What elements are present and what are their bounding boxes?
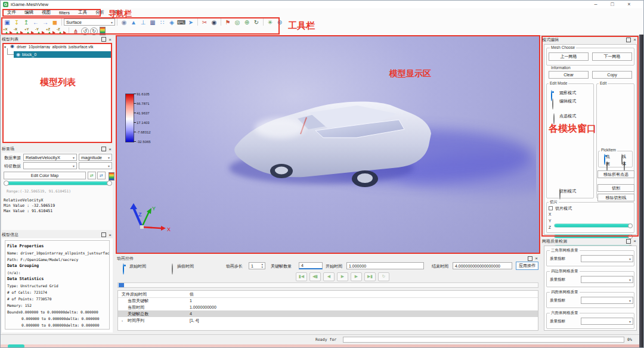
colormap-icon[interactable]: [100, 27, 106, 35]
remove-all-picks-button[interactable]: 移除所有点选: [597, 170, 634, 178]
feature-component-combo[interactable]: ▾: [79, 162, 112, 169]
cut-button[interactable]: 切割: [597, 184, 634, 192]
clear-button[interactable]: Clear: [549, 71, 589, 79]
align--x-button[interactable]: -X: [14, 27, 23, 35]
interpolated-time-radio[interactable]: [172, 263, 173, 275]
menu-item-视图[interactable]: 视图: [38, 10, 55, 15]
flag-icon[interactable]: ⚑: [224, 18, 232, 26]
float-panel-icon[interactable]: [101, 37, 106, 42]
cut-selection-icon[interactable]: ✂: [200, 18, 209, 26]
expand-caret-icon[interactable]: ›: [122, 319, 123, 322]
flatten-icon[interactable]: ⊥: [139, 18, 147, 26]
visibility-icon[interactable]: ◉: [120, 18, 128, 26]
original-time-radio[interactable]: [123, 263, 124, 275]
table-row[interactable]: 当前关键帧1: [118, 297, 538, 304]
loop-button[interactable]: ↻: [378, 272, 389, 281]
tree-root-item[interactable]: driver_10pointarray_allpoints_justsurfac…: [17, 45, 111, 49]
edit-mode-radio[interactable]: [552, 98, 553, 110]
representation-combo[interactable]: Surface▾: [64, 18, 115, 26]
close-panel-icon[interactable]: ×: [109, 233, 112, 237]
back-icon[interactable]: ←: [32, 18, 40, 26]
float-panel-icon[interactable]: [528, 256, 532, 261]
block-eye-icon[interactable]: ◉: [16, 52, 20, 57]
target-icon[interactable]: ◎: [233, 18, 242, 26]
apply-button[interactable]: 应用操作: [516, 262, 538, 270]
target-plus-icon[interactable]: ⊕: [243, 18, 251, 26]
prev-keyframe-button[interactable]: ◀▮: [309, 272, 321, 281]
feature-combo[interactable]: ▾: [23, 162, 77, 169]
component-combo[interactable]: magnitude▾: [79, 154, 112, 161]
refresh-icon[interactable]: ↻: [252, 18, 261, 26]
copy-button[interactable]: Copy: [592, 71, 632, 79]
timeline-handle[interactable]: [119, 283, 124, 287]
rotate-ccw-90-icon[interactable]: ↺: [81, 27, 89, 35]
align-+x-button[interactable]: +X: [3, 27, 13, 35]
colormap-import-icon[interactable]: ⇄: [97, 172, 106, 179]
menu-item-filters[interactable]: filters: [55, 10, 74, 15]
close-panel-icon[interactable]: ×: [109, 147, 112, 151]
float-panel-icon[interactable]: [101, 232, 106, 237]
rotate-cw-90-icon[interactable]: ↻: [90, 27, 98, 35]
close-panel-icon[interactable]: ×: [633, 239, 636, 243]
keyboard-icon[interactable]: ⌨: [177, 18, 185, 26]
pick-point-radio[interactable]: [604, 154, 605, 165]
keyframe-count-input[interactable]: 4: [299, 262, 323, 269]
align-+y-button[interactable]: +Y: [24, 27, 34, 35]
next-mesh-button[interactable]: 下一网格: [592, 52, 632, 61]
slice-mode-checkbox[interactable]: [549, 206, 553, 210]
save-icon[interactable]: ▣: [3, 18, 11, 26]
menu-item-文件[interactable]: 文件: [3, 10, 20, 15]
timeline-slider[interactable]: [117, 282, 538, 288]
table-row[interactable]: 当前时间1.0000000000: [118, 304, 538, 310]
scalar-range-slider[interactable]: [4, 181, 112, 185]
maximize-button[interactable]: □: [604, 1, 621, 8]
hex-metric-combo[interactable]: ▾: [581, 318, 633, 325]
mesh-cube-icon[interactable]: ▦: [148, 18, 157, 26]
tet-metric-combo[interactable]: ▾: [581, 297, 633, 304]
close-button[interactable]: ×: [621, 1, 637, 8]
close-panel-icon[interactable]: ×: [633, 38, 636, 42]
table-row-selected[interactable]: 关键帧总数4: [118, 310, 538, 317]
import-icon[interactable]: ↧: [13, 18, 21, 26]
align--y-button[interactable]: -Y: [35, 27, 45, 35]
close-panel-icon[interactable]: ×: [535, 256, 538, 260]
viewport-3d[interactable]: 91.610566.787141.963717.1403-7.68312-32.…: [116, 35, 540, 254]
menu-item-编辑[interactable]: 编辑: [20, 10, 38, 15]
quad-metric-combo[interactable]: ▾: [581, 276, 633, 283]
menu-item-工具[interactable]: 工具: [74, 10, 91, 15]
slice-x-handle[interactable]: [628, 223, 633, 228]
menu-item-帮助[interactable]: 帮助: [109, 10, 126, 15]
globe-icon[interactable]: ⊛: [275, 18, 284, 26]
pick-mode-radio[interactable]: [553, 113, 555, 125]
export-icon[interactable]: ↥: [22, 18, 30, 26]
minimize-button[interactable]: –: [587, 1, 604, 8]
align--z-button[interactable]: -Z: [57, 27, 66, 35]
start-time-input[interactable]: 1.000000: [346, 262, 424, 269]
float-panel-icon[interactable]: [101, 147, 106, 151]
close-panel-icon[interactable]: ×: [109, 38, 112, 42]
float-panel-icon[interactable]: [626, 239, 631, 244]
snap-icon[interactable]: ✳: [266, 18, 274, 26]
dark-eye-icon[interactable]: ◉: [210, 18, 218, 26]
menu-item-分析[interactable]: 分析: [91, 10, 109, 15]
pointer-icon[interactable]: ➤: [187, 18, 195, 26]
skip-start-button[interactable]: ▮◀: [296, 272, 307, 281]
cone-icon[interactable]: ▲: [129, 18, 138, 26]
wireframe-icon[interactable]: ◈: [168, 18, 176, 26]
end-time-input[interactable]: 4.000000000000000000: [453, 262, 512, 269]
float-panel-icon[interactable]: [626, 38, 631, 42]
forward-icon[interactable]: →: [41, 18, 49, 26]
range-max-handle[interactable]: [107, 181, 112, 186]
slice-x-slider[interactable]: [554, 223, 633, 228]
data-source-combo[interactable]: RelativeVelocityX▾: [23, 154, 77, 161]
play-button[interactable]: ▶: [337, 272, 348, 281]
range-min-handle[interactable]: [4, 181, 9, 186]
step-forward-button[interactable]: ▶: [351, 272, 362, 281]
skip-end-button[interactable]: ▶▮: [364, 272, 376, 281]
tree-expand-caret[interactable]: ▾: [4, 45, 6, 49]
prev-mesh-button[interactable]: 上一网格: [549, 52, 589, 61]
tree-child-item[interactable]: ◉ block_0: [14, 51, 111, 58]
step-back-button[interactable]: ◀: [323, 272, 335, 281]
points-icon[interactable]: ∷: [158, 18, 166, 26]
step-spinbox[interactable]: 1▴▾: [249, 262, 265, 269]
